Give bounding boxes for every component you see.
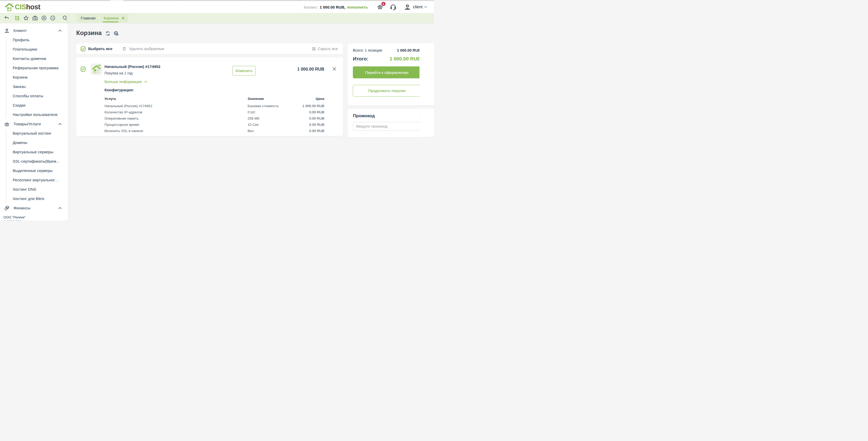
chevron-up-icon (144, 81, 147, 83)
delete-selected-label: Удалить выбранные (129, 47, 164, 51)
lines-icon (312, 47, 316, 51)
tree-menu-icon[interactable] (14, 15, 20, 21)
cart-controls-bar: Выбрать все Удалить выбранные (76, 43, 343, 54)
promo-code-panel: Промокод (348, 109, 426, 137)
trash-icon (122, 47, 126, 51)
sidebar-item-profile[interactable]: Профиль (0, 35, 68, 45)
toolbar (0, 13, 68, 23)
order-summary: Всего: 1 позиция 1 000.00 RUB Итого: 1 0… (348, 43, 426, 105)
continue-shopping-button[interactable]: Продолжить покупки (353, 85, 421, 96)
tab-home-label: Главная (81, 16, 95, 20)
chevron-up-icon (58, 123, 62, 125)
favorites-star-icon[interactable] (23, 15, 29, 21)
sidebar-item-user-settings[interactable]: Настройки пользователя (0, 110, 68, 119)
section-label: Товары/Услуги (13, 122, 41, 126)
summary-grand-value: 1 000.00 RUB (390, 56, 421, 62)
sidebar-item-discounts[interactable]: Скидки (0, 101, 68, 110)
more-info-label: Больше информации (104, 80, 142, 84)
page-tabs: Главная Корзина (77, 13, 128, 23)
select-all-label: Выбрать все (88, 47, 112, 51)
sidebar-item-dns-hosting[interactable]: Хостинг DNS (0, 185, 68, 194)
config-header-value: Значение (248, 97, 283, 101)
support-headset-icon[interactable] (390, 4, 397, 11)
sidebar-footer: ООО "Релинк" © 2006-2024 (0, 213, 68, 220)
client-person-icon (4, 28, 10, 34)
select-all-control[interactable]: Выбрать все (81, 47, 112, 51)
zoom-out-icon[interactable] (50, 15, 56, 21)
section-label: Клиент (13, 28, 27, 33)
more-info-toggle[interactable]: Больше информации (104, 80, 147, 84)
refresh-icon[interactable] (105, 31, 111, 36)
sidebar-item-ssl[interactable]: SSL-сертификаты(Врем… (0, 157, 68, 166)
zoom-in-icon[interactable] (41, 15, 47, 21)
delete-selected-control[interactable]: Удалить выбранные (122, 47, 164, 51)
sidebar-item-vps[interactable]: Виртуальные серверы (0, 147, 68, 157)
hide-all-label: Скрыть все (318, 47, 338, 51)
copyright: © 2006-2024 (3, 219, 68, 220)
user-menu[interactable]: client (404, 4, 427, 11)
globe-link-icon[interactable] (113, 31, 119, 36)
sidebar-item-cart[interactable]: Корзина (0, 72, 68, 82)
sidebar-item-dedicated[interactable]: Выделенные серверы (0, 166, 68, 175)
cishost-logo[interactable]: CIShost (5, 3, 40, 11)
remove-item-icon[interactable] (332, 67, 336, 71)
sidebar-item-payment-methods[interactable]: Способы оплаты (0, 91, 68, 101)
main-content: Корзина (68, 23, 434, 220)
sidebar-item-bitrix-hosting[interactable]: Хостинг для Bitrix (0, 194, 68, 203)
sidebar-item-shared-hosting[interactable]: Виртуальный хостинг (0, 129, 68, 138)
section-label: Финансы (13, 206, 30, 210)
company-name: ООО "Релинк" (3, 215, 68, 219)
chevron-up-icon (58, 30, 62, 32)
product-hosting-icon (91, 64, 102, 75)
sidebar-item-domains[interactable]: Домены (0, 138, 68, 147)
config-row: Включить SSL в панели Вкл. 0.00 RUB (104, 128, 324, 134)
config-header-row: Услуга Значение Цена (104, 95, 324, 102)
config-row: Начальный (Россия) #174952 Базовая стоим… (104, 103, 324, 109)
app-header: CIShost Баланс: 1 000.00 RUB, пополнить … (0, 1, 434, 13)
sidebar-section-finance[interactable]: Финансы (0, 203, 68, 213)
back-icon[interactable] (4, 15, 9, 21)
user-name: client (413, 5, 423, 9)
balance-value: 1 000.00 RUB, (320, 5, 345, 9)
tab-cart[interactable]: Корзина (100, 13, 128, 23)
item-price: 1 000.00 RUB (297, 67, 324, 71)
chevron-down-icon (424, 6, 427, 8)
edit-item-button[interactable]: Изменить (232, 66, 256, 76)
tasks-case-icon[interactable] (32, 15, 38, 21)
tab-cart-label: Корзина (104, 16, 119, 20)
tab-close-icon[interactable] (122, 17, 125, 20)
cart-icon[interactable]: 1 (377, 4, 383, 10)
item-configuration: Конфигурация: Услуга Значение Цена Начал… (104, 88, 324, 134)
config-header-price: Цена (283, 97, 324, 101)
sidebar-item-referral[interactable]: Реферальная программа (0, 63, 68, 72)
sidebar-section-client[interactable]: Клиент (0, 26, 68, 35)
item-period: Покупка на 1 год (104, 71, 132, 75)
sidebar-section-products[interactable]: Товары/Услуги (0, 119, 68, 129)
user-avatar-icon (404, 4, 411, 11)
summary-total-value: 1 000.00 RUB (397, 48, 421, 52)
tab-home[interactable]: Главная (77, 13, 99, 23)
checkout-button[interactable]: Перейти к оформлению (353, 66, 421, 78)
promo-code-input[interactable] (353, 122, 421, 131)
topup-link[interactable]: пополнить (347, 5, 368, 9)
chevron-up-icon (58, 207, 62, 209)
checkbox-checked-icon (81, 47, 86, 51)
house-logo-icon (5, 3, 14, 11)
products-section-items: Виртуальный хостинг Домены Виртуальные с… (0, 129, 68, 203)
cart-item: Начальный (Россия) #174952 Покупка на 1 … (76, 57, 343, 136)
logo-text: CIShost (15, 3, 40, 11)
config-row: Оперативная память 256 Мб 0.00 RUB (104, 115, 324, 121)
sidebar: Клиент Профиль Плательщики Контакты доме… (0, 23, 68, 220)
balance-label: Баланс: (304, 5, 318, 9)
config-header-service: Услуга (104, 97, 248, 101)
search-icon[interactable] (62, 15, 68, 21)
coins-icon (4, 205, 10, 211)
config-row: Количество IP-адресов 0 Шт 0.00 RUB (104, 109, 324, 115)
sidebar-item-reselling[interactable]: Реселлинг виртуальног… (0, 175, 68, 185)
sidebar-item-orders[interactable]: Заказы (0, 82, 68, 91)
item-checkbox[interactable] (81, 67, 86, 71)
sidebar-item-payers[interactable]: Плательщики (0, 45, 68, 54)
config-title: Конфигурация: (104, 88, 324, 92)
collapse-all-control[interactable]: Скрыть все (312, 47, 338, 51)
sidebar-item-domain-contacts[interactable]: Контакты доменов (0, 54, 68, 63)
